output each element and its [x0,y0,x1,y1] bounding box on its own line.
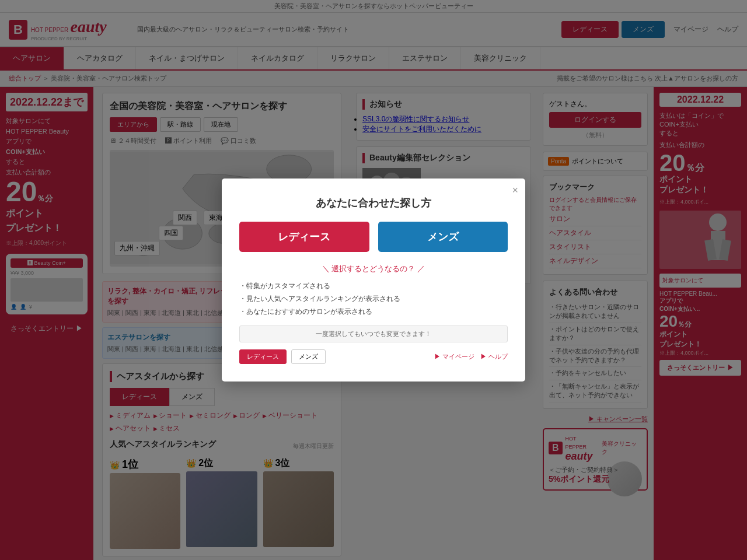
modal-title: あなたに合わせた探し方 [239,196,508,210]
modal-note: 一度選択してもいつでも変更できます！ [239,326,508,342]
modal-close-button[interactable]: × [512,184,518,197]
modal-benefit-1: 特集がカスタマイズされる [239,281,508,291]
modal-mypage-link[interactable]: ▶ マイページ [434,352,474,361]
modal-benefit-3: あなたにおすすめのサロンが表示される [239,307,508,317]
modal-ladies-button[interactable]: レディース [239,222,369,252]
modal-footer: レディース メンズ ▶ マイページ ▶ ヘルプ [239,349,508,364]
modal-benefits: 特集がカスタマイズされる 見たい人気ヘアスタイルランキングが表示される あなたに… [239,281,508,317]
modal-footer-ladies-btn[interactable]: レディース [239,349,287,364]
modal-sub-buttons: レディース メンズ [239,349,326,364]
modal-mens-button[interactable]: メンズ [378,222,508,252]
modal-help-link[interactable]: ▶ ヘルプ [480,352,508,361]
modal-box: × あなたに合わせた探し方 レディース メンズ ＼ 選択するとどうなるの？ ／ … [222,178,525,382]
modal-overlay: × あなたに合わせた探し方 レディース メンズ ＼ 選択するとどうなるの？ ／ … [0,0,747,560]
modal-gender-buttons: レディース メンズ [239,222,508,252]
modal-benefit-2: 見たい人気ヘアスタイルランキングが表示される [239,294,508,304]
modal-footer-mens-btn[interactable]: メンズ [291,349,326,364]
modal-footer-links: ▶ マイページ ▶ ヘルプ [434,352,508,361]
modal-question: ＼ 選択するとどうなるの？ ／ [239,264,508,274]
